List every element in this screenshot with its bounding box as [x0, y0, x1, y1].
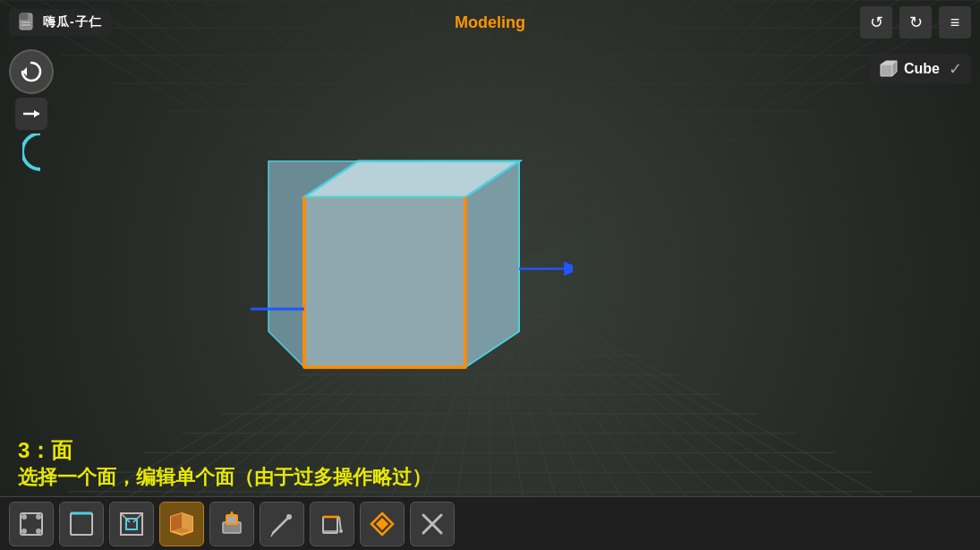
svg-point-25 [36, 514, 41, 520]
face-solid-button[interactable] [159, 502, 204, 546]
draw-icon [268, 510, 296, 538]
svg-line-46 [271, 533, 273, 537]
svg-point-26 [21, 529, 27, 534]
face-wire-button[interactable] [109, 502, 154, 546]
object-panel[interactable]: Cube ✓ [870, 54, 971, 84]
menu-button[interactable]: ≡ [939, 6, 971, 39]
vertex-icon [17, 510, 46, 538]
header-left: 嗨瓜-子仁 [9, 9, 111, 36]
transform-icon [368, 510, 396, 538]
svg-line-49 [339, 517, 341, 531]
window-title: 嗨瓜-子仁 [43, 14, 102, 30]
header-center: Modeling [455, 13, 525, 32]
svg-point-24 [21, 514, 27, 520]
draw-button[interactable] [260, 502, 304, 546]
rotate-icon [18, 58, 45, 85]
svg-marker-11 [564, 262, 573, 276]
svg-point-45 [286, 514, 292, 520]
nav-controls [9, 49, 54, 178]
svg-rect-28 [71, 513, 92, 535]
arc-indicator [22, 133, 40, 178]
swap-icon [21, 104, 41, 124]
transform-button[interactable] [360, 502, 405, 546]
delete-button[interactable] [410, 502, 455, 546]
object-visible-check[interactable]: ✓ [949, 59, 962, 79]
cube-icon [879, 59, 899, 79]
svg-marker-53 [376, 518, 388, 530]
svg-point-27 [36, 529, 41, 534]
vertex-mode-button[interactable] [9, 502, 54, 546]
header-bar: 嗨瓜-子仁 Modeling ↺ ↻ ≡ [0, 0, 980, 45]
annotate-icon [318, 510, 346, 538]
annotation-title: 3：面 [18, 436, 431, 464]
svg-point-51 [339, 529, 343, 533]
svg-marker-43 [228, 511, 235, 516]
cube-object [251, 152, 573, 412]
face-wire-icon [117, 510, 146, 538]
redo-button[interactable]: ↻ [899, 6, 932, 39]
3d-viewport[interactable]: 嗨瓜-子仁 Modeling ↺ ↻ ≡ [0, 0, 980, 550]
edge-mode-button[interactable] [59, 502, 104, 546]
edge-icon [67, 510, 96, 538]
undo-button[interactable]: ↺ [860, 6, 892, 39]
delete-icon [418, 510, 447, 538]
object-name: Cube [904, 61, 940, 77]
annotation-text: 3：面 选择一个面，编辑单个面（由于过多操作略过） [18, 436, 431, 492]
extrude-icon [217, 510, 246, 538]
svg-line-44 [273, 517, 289, 533]
bottom-toolbar [0, 496, 980, 550]
rotate-button[interactable] [9, 49, 54, 94]
file-icon [18, 13, 38, 32]
annotate-button[interactable] [310, 502, 354, 546]
svg-rect-13 [20, 13, 28, 20]
svg-rect-20 [881, 64, 892, 76]
svg-marker-19 [34, 110, 39, 117]
extrude-button[interactable] [209, 502, 254, 546]
annotation-body: 选择一个面，编辑单个面（由于过多操作略过） [18, 464, 431, 492]
swap-view-button[interactable] [15, 98, 47, 130]
header-right: ↺ ↻ ≡ [860, 6, 971, 39]
title-bar: 嗨瓜-子仁 [9, 9, 111, 36]
mode-label: Modeling [455, 13, 525, 31]
face-solid-icon [167, 510, 196, 538]
svg-marker-2 [304, 197, 465, 367]
